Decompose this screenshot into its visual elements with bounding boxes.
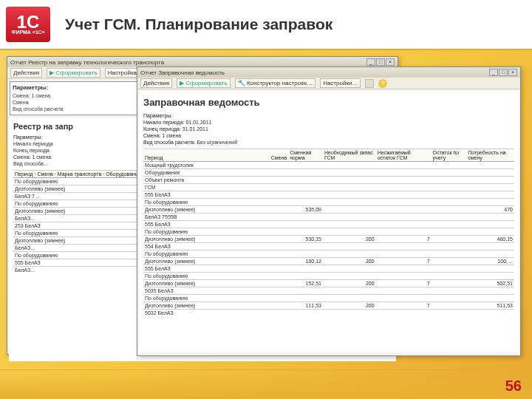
cell [376,273,432,280]
cell [288,250,323,258]
titlebar-vedomost[interactable]: Отчет Заправочная ведомость _ □ × [137,67,520,78]
cell: 7 [376,258,432,265]
table-row[interactable]: 555 БелАЗ [143,221,514,228]
table-row[interactable]: По оборудованию [143,199,514,206]
table-row[interactable]: Дизтопливо (зимнее)100,122007100,… [143,258,514,265]
actions-button[interactable]: Действия [10,68,42,78]
min-button[interactable]: _ [489,69,498,76]
cell [376,287,432,295]
table-row[interactable]: 555 БелАЗ [143,191,514,199]
table-row[interactable]: Дизтопливо (зимнее)535,09470 [143,206,514,214]
row-label: 555 БелАЗ [143,191,270,199]
table-row[interactable]: По оборудованию [143,295,514,302]
cell [432,214,467,221]
table-row[interactable]: 5032 БелАЗ [143,310,514,317]
table-row[interactable]: По оборудованию [143,273,514,280]
cell [466,265,514,273]
cell [432,287,467,295]
cell [270,221,289,228]
cell: 100,… [466,258,514,265]
min-button[interactable]: _ [366,58,375,66]
row-label: По оборудованию [143,273,270,280]
cell [466,273,514,280]
row-label: 5035 БелАЗ [143,287,270,295]
cell [323,265,376,273]
column-header: Сменная норма [288,149,323,162]
cell [432,280,467,287]
cell [270,236,289,243]
table-row[interactable]: 5035 БелАЗ [143,287,514,295]
close-button[interactable]: × [508,69,517,76]
settings-button[interactable]: Настройки… [320,78,361,88]
form-button[interactable]: ▶ Сформировать [177,78,231,88]
cell [466,295,514,302]
cell [466,250,514,258]
cell: 7 [376,280,432,287]
cell [376,250,432,258]
cell [323,310,376,317]
param-line: Конец периода: 31.01.2011 [143,126,514,132]
row-label: Дизтопливо (зимнее) [143,280,270,287]
cell: 200 [323,280,376,287]
cell [466,221,514,228]
max-button[interactable]: □ [499,69,508,76]
max-button[interactable]: □ [376,58,385,66]
table-row[interactable]: Дизтопливо (зимнее)111,532007511,53 [143,302,514,310]
cell [270,280,289,287]
table-row[interactable]: По оборудованию [143,250,514,258]
cell: 7 [376,302,432,310]
cell: 111,53 [288,302,323,310]
cell [270,243,289,250]
table-row[interactable]: Дизтопливо (зимнее)152,512007502,51 [143,280,514,287]
cell [270,265,289,273]
row-label: По оборудованию [143,228,270,236]
footer-swoosh [0,369,532,399]
cell [432,199,467,206]
window-title-reestr: Отчет Реестр на заправку технологическог… [10,59,164,66]
row-label: По оборудованию [143,250,270,258]
table-row[interactable]: БелАЗ 7555В [143,214,514,221]
cell [466,287,514,295]
cell [432,228,467,236]
row-label: 554 БелАЗ [143,243,270,250]
table-row[interactable]: 554 БелАЗ [143,243,514,250]
titlebar-reestr[interactable]: Отчет Реестр на заправку технологическог… [7,57,398,67]
doc-vedomost: Заправочная ведомость Параметры: Начало … [139,91,519,352]
cell [376,206,432,214]
cell [323,273,376,280]
cell [270,199,289,206]
cell [466,214,514,221]
table-row[interactable]: По оборудованию [143,228,514,236]
row-label: Дизтопливо (зимнее) [143,302,270,310]
doc-title-vedomost: Заправочная ведомость [143,97,514,108]
cell [432,243,467,250]
cell [270,191,289,199]
cell [288,273,323,280]
cell [376,310,432,317]
cell [432,258,467,265]
group-row: Объект ремонта [143,177,514,184]
table-vedomost: ПериодСменаСменная нормаНеобходимый запа… [143,149,514,316]
form-button[interactable]: ▶ Сформировать [47,68,100,78]
cell [432,310,467,317]
help-icon[interactable]: ? [378,79,387,88]
column-header: Потребность на смену [466,149,514,162]
builder-button[interactable]: 🔧 Конструктор настроек… [235,78,316,88]
cell [323,199,376,206]
cell [323,191,376,199]
close-button[interactable]: × [386,58,395,66]
toolbar-vedomost: Действия ▶ Сформировать 🔧 Конструктор на… [137,78,520,89]
column-header: Смена [270,149,289,162]
tool-icon[interactable] [365,79,374,88]
cell [323,228,376,236]
cell: 530,15 [288,236,323,243]
table-row[interactable]: 555 БелАЗ [143,265,514,273]
table-row[interactable]: Дизтопливо (зимнее)530,152007460,15 [143,236,514,243]
cell: 511,53 [466,302,514,310]
cell [288,310,323,317]
actions-button[interactable]: Действия [140,78,172,88]
row-label: По оборудованию [143,295,270,302]
column-header: Несжигаемый остаток ГСМ [376,149,432,162]
cell [288,287,323,295]
cell [432,273,467,280]
